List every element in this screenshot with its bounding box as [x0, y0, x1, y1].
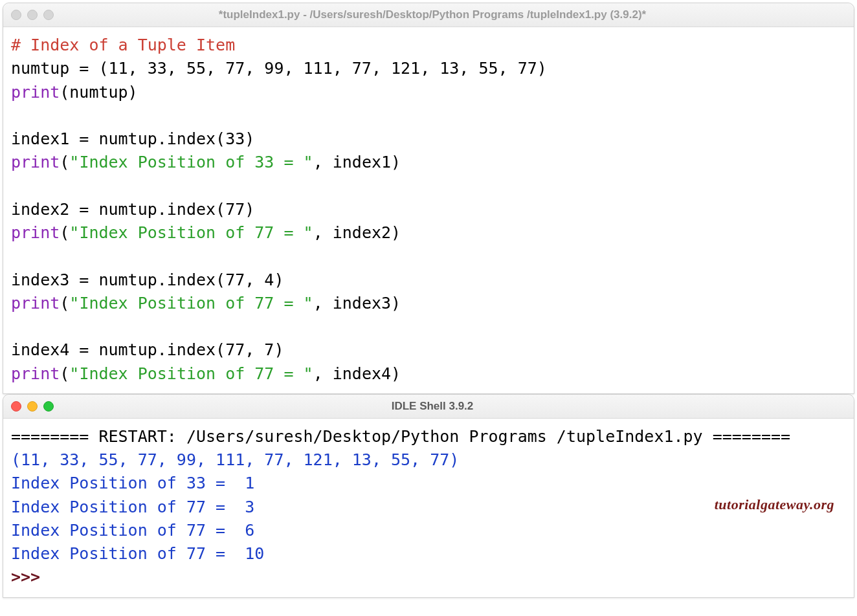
shell-traffic-lights [11, 401, 54, 412]
code-string: "Index Position of 33 = " [69, 153, 313, 171]
editor-title: *tupleIndex1.py - /Users/suresh/Desktop/… [54, 8, 811, 21]
code-builtin: print [11, 153, 60, 171]
minimize-icon[interactable] [27, 401, 38, 412]
code-number: 33 [225, 129, 245, 148]
watermark-text: tutorialgateway.org [715, 496, 834, 513]
code-text: , index1) [313, 153, 401, 171]
code-text: , index3) [313, 294, 401, 313]
editor-traffic-lights [11, 10, 54, 20]
editor-titlebar[interactable]: *tupleIndex1.py - /Users/suresh/Desktop/… [3, 3, 854, 27]
code-text: (numtup) [60, 83, 137, 102]
close-icon[interactable] [11, 10, 21, 20]
shell-output-line: Index Position of 77 = 3 [11, 498, 254, 516]
shell-output-line: (11, 33, 55, 77, 99, 111, 77, 121, 13, 5… [11, 450, 459, 469]
code-text: ) [245, 200, 254, 219]
shell-output-line: Index Position of 33 = 1 [11, 474, 254, 492]
zoom-icon[interactable] [43, 10, 54, 20]
shell-prompt: >>> [11, 567, 50, 586]
shell-output-line: Index Position of 77 = 6 [11, 521, 254, 540]
shell-window: IDLE Shell 3.9.2 ======== RESTART: /User… [3, 394, 854, 598]
shell-titlebar[interactable]: IDLE Shell 3.9.2 [3, 395, 854, 419]
code-builtin: print [11, 83, 60, 102]
code-number: 77, 4 [225, 270, 274, 289]
code-text: ) [245, 129, 254, 148]
code-text: ( [60, 153, 69, 171]
code-numbers: 11, 33, 55, 77, 99, 111, 77, 121, 13, 55… [109, 59, 537, 78]
editor-code-area[interactable]: # Index of a Tuple Item numtup = (11, 33… [3, 27, 854, 393]
code-comment: # Index of a Tuple Item [11, 36, 235, 54]
code-text: , index2) [313, 223, 401, 242]
code-number: 77 [225, 200, 245, 219]
code-text: , index4) [313, 364, 401, 383]
code-text: index4 = numtup.index( [11, 340, 225, 359]
code-text: ) [274, 270, 284, 289]
code-builtin: print [11, 364, 60, 383]
code-number: 77, 7 [225, 340, 274, 359]
zoom-icon[interactable] [43, 401, 54, 412]
shell-output-line: Index Position of 77 = 10 [11, 544, 264, 563]
code-string: "Index Position of 77 = " [69, 223, 313, 242]
code-text: ) [537, 59, 547, 78]
shell-title: IDLE Shell 3.9.2 [54, 400, 811, 413]
minimize-icon[interactable] [27, 10, 38, 20]
code-text: index2 = numtup.index( [11, 200, 225, 219]
code-text: ( [60, 294, 69, 313]
code-string: "Index Position of 77 = " [69, 294, 313, 313]
code-builtin: print [11, 294, 60, 313]
shell-restart-line: ======== RESTART: /Users/suresh/Desktop/… [11, 427, 790, 446]
code-text: ) [274, 340, 284, 359]
code-text: index3 = numtup.index( [11, 270, 225, 289]
code-text: ( [60, 364, 69, 383]
code-builtin: print [11, 223, 60, 242]
code-text: index1 = numtup.index( [11, 129, 225, 148]
close-icon[interactable] [11, 401, 21, 412]
code-text: ( [60, 223, 69, 242]
editor-window: *tupleIndex1.py - /Users/suresh/Desktop/… [3, 3, 854, 394]
code-string: "Index Position of 77 = " [69, 364, 313, 383]
code-text: numtup = ( [11, 59, 109, 78]
